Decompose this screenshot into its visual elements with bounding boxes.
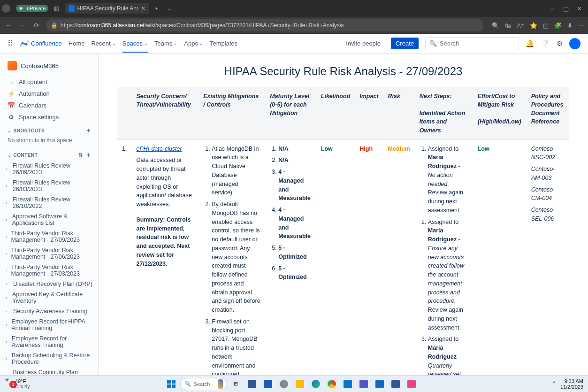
- tree-toggle-icon[interactable]: ›: [6, 217, 10, 222]
- tree-item[interactable]: ›Third-Party Vendor Risk Management - 27…: [4, 262, 94, 279]
- col-mitigations: Existing Mitigations / Controls: [199, 87, 265, 139]
- tree-item[interactable]: ›Employee Record for HIPPA Annual Traini…: [4, 316, 94, 333]
- create-button[interactable]: Create: [391, 38, 419, 49]
- tree-item[interactable]: ›Firewall Rules Review 26/10/2022: [4, 194, 94, 211]
- menu-icon[interactable]: ⋯: [578, 22, 584, 29]
- space-header[interactable]: ContosoM365: [4, 59, 94, 72]
- chevron-down-icon[interactable]: ⌄: [8, 128, 12, 133]
- sidebar-icon: ⚙: [8, 114, 15, 121]
- cell-next-steps: Assigned to Maria Rodriguez - No action …: [415, 139, 473, 375]
- tree-toggle-icon[interactable]: ›: [6, 323, 9, 327]
- sidebar-item-label: Automation: [19, 90, 50, 97]
- tree-item[interactable]: ›Employee Record for Awareness Training: [4, 333, 94, 350]
- tree-item[interactable]: ›Approved Software & Applications List: [4, 211, 94, 228]
- tab-overview-icon[interactable]: ▥: [50, 3, 63, 14]
- tree-item-label: Firewall Rules Review 26/09/2023: [13, 162, 92, 176]
- cell-likelihood: Low: [316, 139, 355, 375]
- sidebar-item[interactable]: ⚡Automation: [4, 88, 94, 100]
- tree-toggle-icon[interactable]: ›: [6, 356, 10, 361]
- tree-item[interactable]: ›Firewall Rules Review 26/09/2023: [4, 161, 94, 177]
- extensions-icon[interactable]: 🧩: [554, 22, 562, 29]
- add-shortcut-icon[interactable]: +: [86, 127, 91, 134]
- nav-spaces[interactable]: Spaces⌄: [122, 40, 148, 53]
- close-icon[interactable]: ✕: [141, 5, 145, 12]
- tree-item-label: Third-Party Vendor Risk Management - 27/…: [11, 247, 92, 260]
- policy-ref: Contoso-CM-004: [531, 185, 565, 203]
- inprivate-badge: 👁 InPrivate: [16, 5, 48, 12]
- minimize-icon[interactable]: ─: [550, 5, 556, 12]
- zoom-icon[interactable]: 🔍: [492, 22, 499, 29]
- incognito-icon: 👁: [19, 6, 23, 11]
- sidebar-item[interactable]: ≡All content: [4, 76, 94, 88]
- chevron-down-icon: ⌄: [174, 41, 177, 46]
- sidebar-item[interactable]: ⚙Space settings: [4, 111, 94, 123]
- back-icon[interactable]: ←: [4, 22, 13, 29]
- refresh-icon[interactable]: ⟳: [32, 22, 41, 29]
- tree-item[interactable]: ›Approved Key & Certificate Inventory: [4, 289, 94, 306]
- browser-tab[interactable]: HIPAA Security Rule Analysi ✕: [65, 3, 149, 14]
- shopping-icon[interactable]: 🛍: [505, 22, 511, 29]
- sidebar-item[interactable]: 📅Calendars: [4, 100, 94, 111]
- sidebar-item-label: All content: [19, 78, 47, 85]
- settings-icon[interactable]: ⚙: [557, 39, 563, 48]
- tree-toggle-icon[interactable]: ›: [6, 295, 10, 300]
- tree-toggle-icon[interactable]: ›: [6, 167, 11, 171]
- read-aloud-icon[interactable]: A⁺: [517, 22, 524, 29]
- nav-teams[interactable]: Teams⌄: [154, 40, 177, 47]
- split-screen-icon[interactable]: ◫: [543, 22, 549, 29]
- tree-item[interactable]: ›Backup Scheduling & Restore Procedure: [4, 350, 94, 367]
- tree-item[interactable]: ›Third-Party Vendor Risk Management - 27…: [4, 245, 94, 262]
- tree-toggle-icon[interactable]: ›: [6, 339, 10, 344]
- tree-item[interactable]: ›Business Continuity Plan (BCP): [4, 367, 94, 375]
- tree-toggle-icon[interactable]: ›: [6, 200, 11, 205]
- risk-table: Security Concern/ Threat/Vulnerability E…: [117, 87, 569, 375]
- user-avatar[interactable]: [569, 38, 580, 49]
- tree-toggle-icon[interactable]: ›: [6, 282, 11, 286]
- new-tab-button[interactable]: +: [151, 3, 162, 14]
- add-content-icon[interactable]: +: [86, 151, 91, 159]
- sidebar-icon: ≡: [8, 78, 15, 85]
- nav-home[interactable]: Home: [69, 40, 85, 47]
- invite-button[interactable]: Invite people: [342, 38, 384, 49]
- concern-link[interactable]: ePHI-data-cluster: [136, 146, 182, 152]
- notifications-icon[interactable]: 🔔: [526, 39, 535, 48]
- maximize-icon[interactable]: ▢: [563, 5, 569, 12]
- tree-toggle-icon[interactable]: ›: [6, 234, 9, 239]
- favorites-icon[interactable]: ⭐: [530, 22, 537, 29]
- help-icon[interactable]: ❔: [541, 39, 550, 48]
- page-title: HIPAA Security Rule Risk Analysis - 27/0…: [117, 65, 569, 78]
- forward-icon[interactable]: →: [18, 22, 27, 29]
- downloads-icon[interactable]: ⬇: [567, 22, 573, 29]
- nav-templates[interactable]: Templates: [210, 40, 237, 47]
- nav-recent[interactable]: Recent⌄: [91, 40, 115, 47]
- close-window-icon[interactable]: ✕: [576, 5, 582, 12]
- shortcuts-section: ⌄SHORTCUTS +: [4, 123, 94, 136]
- tab-actions-caret[interactable]: ⌄: [164, 4, 175, 13]
- tree-item[interactable]: ›Security Awareness Training: [4, 306, 94, 316]
- sidebar-icon: ⚡: [8, 90, 15, 97]
- sidebar: ContosoM365 ≡All content⚡Automation📅Cale…: [0, 54, 99, 375]
- search-input[interactable]: [440, 40, 515, 47]
- tree-item[interactable]: ›Disaster Recovery Plan (DRP): [4, 279, 94, 289]
- tree-toggle-icon[interactable]: ›: [6, 251, 9, 256]
- chevron-down-icon[interactable]: ⌄: [8, 153, 12, 158]
- col-effort: Effort/Cost to Mitigate Risk (High/Med/L…: [473, 87, 527, 139]
- tree-item[interactable]: ›Third-Party Vendor Risk Management - 27…: [4, 228, 94, 245]
- filter-icon[interactable]: ⇅: [78, 152, 83, 158]
- profile-avatar[interactable]: [2, 4, 10, 13]
- sidebar-icon: 📅: [8, 102, 15, 109]
- nav-apps[interactable]: Apps⌄: [184, 40, 203, 47]
- tree-toggle-icon[interactable]: ›: [6, 309, 11, 314]
- address-bar[interactable]: 🔒 https://contosom365.atlassian.net/wiki…: [46, 19, 483, 31]
- tree-item[interactable]: ›Firewall Rules Review 26/03/2023: [4, 177, 94, 194]
- app-switcher-icon[interactable]: ⠿: [8, 39, 13, 48]
- cell-concern: ePHI-data-clusterData accessed or corrup…: [131, 139, 199, 375]
- tree-toggle-icon[interactable]: ›: [6, 268, 9, 273]
- confluence-logo[interactable]: Confluence: [20, 39, 62, 48]
- confluence-favicon: [69, 5, 74, 12]
- confluence-search[interactable]: 🔍: [425, 37, 519, 50]
- cell-risk: Medium: [383, 139, 415, 375]
- cell-maturity: N/AN/A4 - Managed and Measurable4 - Mana…: [265, 139, 316, 375]
- col-likelihood: Likelihood: [316, 87, 355, 139]
- tree-toggle-icon[interactable]: ›: [6, 184, 11, 188]
